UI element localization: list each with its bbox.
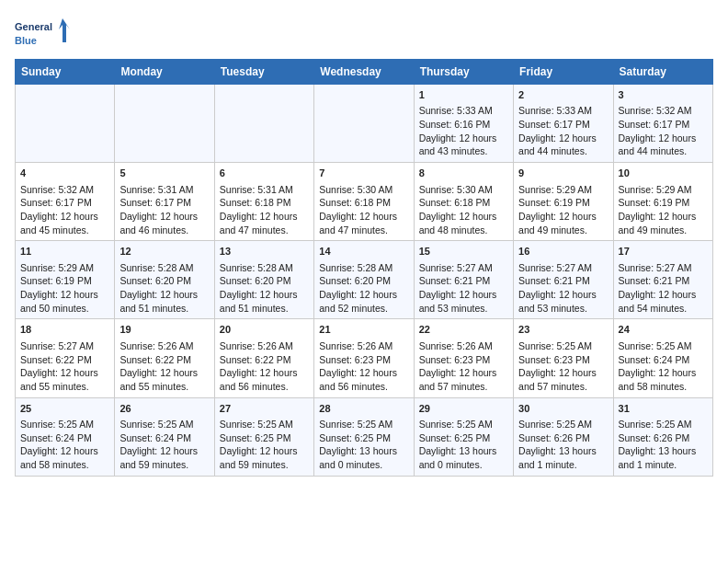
day-content: Sunrise: 5:31 AM Sunset: 6:17 PM Dayligh… xyxy=(119,183,209,237)
calendar-cell xyxy=(16,85,115,163)
day-content: Sunrise: 5:25 AM Sunset: 6:26 PM Dayligh… xyxy=(619,418,708,472)
day-content: Sunrise: 5:25 AM Sunset: 6:23 PM Dayligh… xyxy=(518,339,608,394)
day-number: 15 xyxy=(419,245,508,259)
calendar-cell: 31Sunrise: 5:25 AM Sunset: 6:26 PM Dayli… xyxy=(613,397,712,476)
day-number: 28 xyxy=(319,402,408,416)
day-number: 3 xyxy=(619,88,708,102)
calendar-cell: 12Sunrise: 5:28 AM Sunset: 6:20 PM Dayli… xyxy=(115,241,214,319)
day-content: Sunrise: 5:28 AM Sunset: 6:20 PM Dayligh… xyxy=(319,261,408,316)
calendar-cell: 22Sunrise: 5:26 AM Sunset: 6:23 PM Dayli… xyxy=(414,319,513,397)
day-content: Sunrise: 5:26 AM Sunset: 6:22 PM Dayligh… xyxy=(220,339,309,394)
day-number: 2 xyxy=(518,88,608,102)
day-content: Sunrise: 5:25 AM Sunset: 6:24 PM Dayligh… xyxy=(119,418,209,472)
calendar-cell: 2Sunrise: 5:33 AM Sunset: 6:17 PM Daylig… xyxy=(514,85,613,163)
day-content: Sunrise: 5:28 AM Sunset: 6:20 PM Dayligh… xyxy=(220,261,309,316)
day-content: Sunrise: 5:27 AM Sunset: 6:21 PM Dayligh… xyxy=(518,261,608,316)
day-number: 27 xyxy=(220,402,309,416)
day-number: 25 xyxy=(20,402,109,416)
calendar-cell: 11Sunrise: 5:29 AM Sunset: 6:19 PM Dayli… xyxy=(16,241,115,319)
day-number: 24 xyxy=(619,323,708,337)
day-content: Sunrise: 5:25 AM Sunset: 6:26 PM Dayligh… xyxy=(518,418,608,472)
day-content: Sunrise: 5:33 AM Sunset: 6:16 PM Dayligh… xyxy=(419,104,508,158)
page-header: General Blue xyxy=(15,15,713,52)
calendar-cell xyxy=(214,85,313,163)
day-number: 9 xyxy=(518,167,608,180)
week-row-1: 1Sunrise: 5:33 AM Sunset: 6:16 PM Daylig… xyxy=(16,85,713,163)
header-day-monday: Monday xyxy=(115,60,214,85)
calendar-cell: 3Sunrise: 5:32 AM Sunset: 6:17 PM Daylig… xyxy=(613,85,712,163)
calendar-cell: 14Sunrise: 5:28 AM Sunset: 6:20 PM Dayli… xyxy=(314,241,414,319)
day-content: Sunrise: 5:25 AM Sunset: 6:24 PM Dayligh… xyxy=(619,339,708,394)
calendar-cell: 24Sunrise: 5:25 AM Sunset: 6:24 PM Dayli… xyxy=(613,319,712,397)
week-row-2: 4Sunrise: 5:32 AM Sunset: 6:17 PM Daylig… xyxy=(16,163,713,241)
calendar-cell xyxy=(314,85,414,163)
day-number: 18 xyxy=(20,323,109,337)
calendar-cell: 18Sunrise: 5:27 AM Sunset: 6:22 PM Dayli… xyxy=(16,319,115,397)
day-number: 21 xyxy=(319,323,408,337)
day-number: 10 xyxy=(619,167,708,180)
logo: General Blue xyxy=(15,15,70,52)
week-row-3: 11Sunrise: 5:29 AM Sunset: 6:19 PM Dayli… xyxy=(16,241,713,319)
calendar-cell: 7Sunrise: 5:30 AM Sunset: 6:18 PM Daylig… xyxy=(314,163,414,241)
svg-marker-2 xyxy=(59,18,70,42)
calendar-cell: 9Sunrise: 5:29 AM Sunset: 6:19 PM Daylig… xyxy=(514,163,613,241)
day-number: 4 xyxy=(20,167,109,180)
calendar-body: 1Sunrise: 5:33 AM Sunset: 6:16 PM Daylig… xyxy=(16,85,713,477)
svg-text:Blue: Blue xyxy=(15,35,37,46)
week-row-5: 25Sunrise: 5:25 AM Sunset: 6:24 PM Dayli… xyxy=(16,397,713,476)
day-number: 20 xyxy=(220,323,309,337)
calendar-cell: 30Sunrise: 5:25 AM Sunset: 6:26 PM Dayli… xyxy=(514,397,613,476)
calendar-cell: 1Sunrise: 5:33 AM Sunset: 6:16 PM Daylig… xyxy=(414,85,513,163)
day-content: Sunrise: 5:27 AM Sunset: 6:21 PM Dayligh… xyxy=(419,261,508,316)
day-number: 8 xyxy=(419,167,508,180)
header-day-thursday: Thursday xyxy=(414,60,513,85)
svg-text:General: General xyxy=(15,21,52,32)
day-content: Sunrise: 5:25 AM Sunset: 6:24 PM Dayligh… xyxy=(20,418,109,472)
day-content: Sunrise: 5:29 AM Sunset: 6:19 PM Dayligh… xyxy=(619,183,708,237)
day-content: Sunrise: 5:25 AM Sunset: 6:25 PM Dayligh… xyxy=(220,418,309,472)
day-content: Sunrise: 5:26 AM Sunset: 6:23 PM Dayligh… xyxy=(319,339,408,394)
calendar-cell: 19Sunrise: 5:26 AM Sunset: 6:22 PM Dayli… xyxy=(115,319,214,397)
calendar-cell: 6Sunrise: 5:31 AM Sunset: 6:18 PM Daylig… xyxy=(214,163,313,241)
calendar-cell: 13Sunrise: 5:28 AM Sunset: 6:20 PM Dayli… xyxy=(214,241,313,319)
day-number: 13 xyxy=(220,245,309,259)
calendar-cell: 5Sunrise: 5:31 AM Sunset: 6:17 PM Daylig… xyxy=(115,163,214,241)
day-number: 16 xyxy=(518,245,608,259)
header-day-tuesday: Tuesday xyxy=(214,60,313,85)
calendar-cell: 27Sunrise: 5:25 AM Sunset: 6:25 PM Dayli… xyxy=(214,397,313,476)
day-content: Sunrise: 5:27 AM Sunset: 6:21 PM Dayligh… xyxy=(619,261,708,316)
calendar-cell: 26Sunrise: 5:25 AM Sunset: 6:24 PM Dayli… xyxy=(115,397,214,476)
day-number: 5 xyxy=(119,167,209,180)
calendar-cell xyxy=(115,85,214,163)
day-content: Sunrise: 5:30 AM Sunset: 6:18 PM Dayligh… xyxy=(319,183,408,237)
day-number: 12 xyxy=(119,245,209,259)
day-content: Sunrise: 5:31 AM Sunset: 6:18 PM Dayligh… xyxy=(220,183,309,237)
week-row-4: 18Sunrise: 5:27 AM Sunset: 6:22 PM Dayli… xyxy=(16,319,713,397)
day-number: 22 xyxy=(419,323,508,337)
logo-svg: General Blue xyxy=(15,15,70,52)
calendar-cell: 21Sunrise: 5:26 AM Sunset: 6:23 PM Dayli… xyxy=(314,319,414,397)
day-number: 14 xyxy=(319,245,408,259)
day-number: 26 xyxy=(119,402,209,416)
day-content: Sunrise: 5:28 AM Sunset: 6:20 PM Dayligh… xyxy=(119,261,209,316)
day-number: 7 xyxy=(319,167,408,180)
calendar-cell: 10Sunrise: 5:29 AM Sunset: 6:19 PM Dayli… xyxy=(613,163,712,241)
day-number: 6 xyxy=(220,167,309,180)
day-content: Sunrise: 5:32 AM Sunset: 6:17 PM Dayligh… xyxy=(20,183,109,237)
header-day-wednesday: Wednesday xyxy=(314,60,414,85)
calendar-cell: 20Sunrise: 5:26 AM Sunset: 6:22 PM Dayli… xyxy=(214,319,313,397)
day-content: Sunrise: 5:30 AM Sunset: 6:18 PM Dayligh… xyxy=(419,183,508,237)
calendar-cell: 28Sunrise: 5:25 AM Sunset: 6:25 PM Dayli… xyxy=(314,397,414,476)
calendar-cell: 17Sunrise: 5:27 AM Sunset: 6:21 PM Dayli… xyxy=(613,241,712,319)
calendar-cell: 15Sunrise: 5:27 AM Sunset: 6:21 PM Dayli… xyxy=(414,241,513,319)
day-number: 19 xyxy=(119,323,209,337)
calendar-cell: 16Sunrise: 5:27 AM Sunset: 6:21 PM Dayli… xyxy=(514,241,613,319)
day-content: Sunrise: 5:26 AM Sunset: 6:22 PM Dayligh… xyxy=(119,339,209,394)
day-number: 1 xyxy=(419,88,508,102)
calendar-header: SundayMondayTuesdayWednesdayThursdayFrid… xyxy=(16,60,713,85)
header-day-sunday: Sunday xyxy=(16,60,115,85)
header-day-saturday: Saturday xyxy=(613,60,712,85)
day-content: Sunrise: 5:29 AM Sunset: 6:19 PM Dayligh… xyxy=(20,261,109,316)
day-content: Sunrise: 5:25 AM Sunset: 6:25 PM Dayligh… xyxy=(319,418,408,472)
day-number: 29 xyxy=(419,402,508,416)
